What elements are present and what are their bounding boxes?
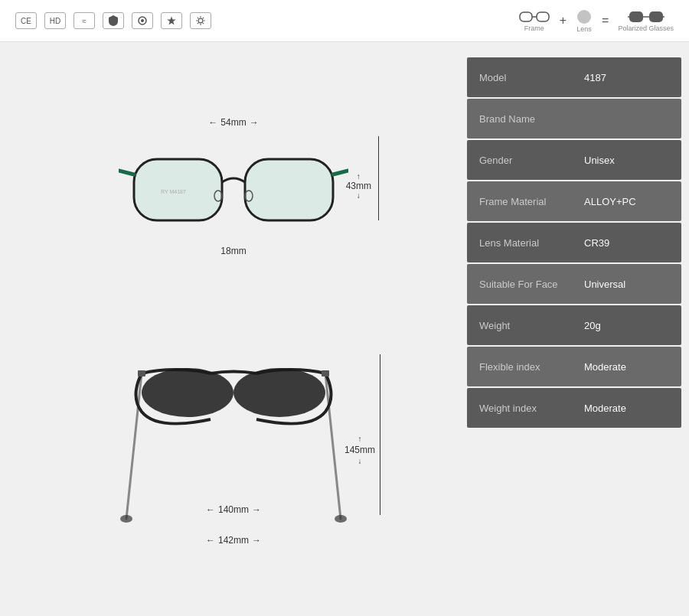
spec-value: 20g bbox=[576, 320, 681, 331]
svg-rect-15 bbox=[629, 11, 643, 22]
spec-value: Unisex bbox=[576, 155, 681, 166]
spec-label: Frame Material bbox=[467, 196, 576, 207]
top-bar: CE HD ≈ Frame + Lens bbox=[0, 0, 689, 42]
svg-line-22 bbox=[119, 171, 134, 174]
arm-width-140mm: ← 140mm → bbox=[206, 504, 261, 515]
spec-row: Suitable For FaceUniversal bbox=[467, 264, 681, 304]
spec-label: Brand Name bbox=[467, 113, 576, 125]
front-view-container: ← 54mm → RY M4187 bbox=[103, 109, 364, 262]
height-43mm: ↑ 43mm ↓ bbox=[346, 172, 371, 200]
svg-line-7 bbox=[198, 18, 198, 18]
svg-line-9 bbox=[203, 18, 204, 18]
lens-formula: Frame + Lens = Polarized Glasses bbox=[518, 8, 674, 33]
svg-rect-31 bbox=[138, 370, 145, 376]
svg-point-2 bbox=[198, 18, 203, 23]
width-54mm: ← 54mm → bbox=[208, 117, 258, 128]
spec-label: Gender bbox=[467, 155, 576, 166]
total-width-142mm: ← 142mm → bbox=[206, 535, 261, 546]
shield-badge bbox=[103, 12, 124, 29]
result-label: Polarized Glasses bbox=[618, 24, 674, 32]
spec-value: CR39 bbox=[576, 237, 681, 249]
plus-sign: + bbox=[560, 14, 567, 28]
svg-rect-16 bbox=[649, 11, 663, 22]
front-glasses-svg: RY M4187 bbox=[119, 144, 348, 243]
spec-row: Frame MaterialALLOY+PC bbox=[467, 181, 681, 221]
wave-badge: ≈ bbox=[73, 12, 95, 29]
back-view-container: ← 140mm → ↑ 145mm ↓ ← 142mm → bbox=[103, 350, 364, 549]
spec-label: Lens Material bbox=[467, 237, 576, 249]
spec-row: Weight20g bbox=[467, 305, 681, 345]
spec-row: Weight indexModerate bbox=[467, 388, 681, 428]
spec-value: Universal bbox=[576, 279, 681, 290]
spec-label: Suitable For Face bbox=[467, 279, 576, 290]
height-line bbox=[378, 136, 379, 220]
spec-label: Model bbox=[467, 72, 576, 83]
arm-length-145mm: ↑ 145mm ↓ bbox=[344, 435, 375, 465]
svg-line-8 bbox=[203, 23, 204, 24]
lens-icon-item: Lens bbox=[576, 8, 593, 33]
ce-badge: CE bbox=[15, 12, 37, 29]
main-content: ← 54mm → RY M4187 bbox=[0, 42, 689, 616]
svg-line-28 bbox=[325, 373, 341, 519]
spec-row: Flexible indexModerate bbox=[467, 347, 681, 386]
spec-row: Lens MaterialCR39 bbox=[467, 223, 681, 262]
svg-point-1 bbox=[141, 19, 144, 22]
spec-value: Moderate bbox=[576, 361, 681, 373]
spec-label: Weight index bbox=[467, 403, 576, 414]
equals-sign: = bbox=[602, 14, 609, 28]
circle-badge bbox=[132, 12, 153, 29]
arm-length-line bbox=[380, 354, 380, 515]
svg-rect-32 bbox=[322, 370, 329, 376]
svg-point-30 bbox=[233, 368, 325, 417]
spec-row: GenderUnisex bbox=[467, 140, 681, 180]
frame-icon-item: Frame bbox=[518, 9, 550, 32]
sun-badge bbox=[190, 12, 211, 29]
svg-rect-12 bbox=[537, 12, 549, 21]
spec-value: ALLOY+PC bbox=[576, 196, 681, 207]
svg-point-33 bbox=[120, 515, 132, 523]
spec-value: Moderate bbox=[576, 403, 681, 414]
svg-line-27 bbox=[126, 373, 142, 519]
specs-table: Model4187Brand NameGenderUnisexFrame Mat… bbox=[467, 57, 681, 608]
frame-label: Frame bbox=[524, 24, 544, 32]
svg-line-10 bbox=[198, 23, 198, 24]
spec-value: 4187 bbox=[576, 72, 681, 83]
hd-badge: HD bbox=[44, 12, 66, 29]
spec-row: Model4187 bbox=[467, 57, 681, 97]
star-badge bbox=[161, 12, 182, 29]
svg-point-34 bbox=[335, 515, 347, 523]
diagram-section: ← 54mm → RY M4187 bbox=[8, 50, 459, 608]
result-icon-item: Polarized Glasses bbox=[618, 9, 674, 32]
lens-label: Lens bbox=[576, 25, 592, 33]
spec-label: Weight bbox=[467, 320, 576, 331]
bridge-18mm: 18mm bbox=[220, 246, 246, 256]
spec-label: Flexible index bbox=[467, 361, 576, 373]
spec-row: Brand Name bbox=[467, 99, 681, 139]
svg-rect-21 bbox=[245, 159, 333, 220]
svg-point-14 bbox=[577, 10, 591, 24]
svg-point-29 bbox=[142, 368, 233, 417]
icon-badges: CE HD ≈ bbox=[15, 12, 211, 29]
svg-rect-11 bbox=[520, 12, 532, 21]
svg-text:RY M4187: RY M4187 bbox=[161, 189, 186, 194]
